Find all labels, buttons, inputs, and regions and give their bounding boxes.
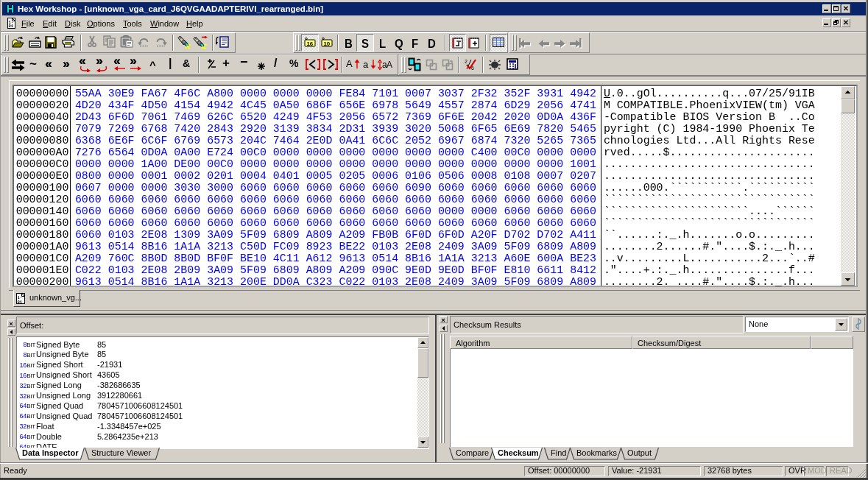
svg-text:2: 2 <box>465 59 467 64</box>
svg-text:16: 16 <box>306 40 313 47</box>
svg-text:A: A <box>387 60 392 70</box>
svg-text:01: 01 <box>9 24 14 29</box>
svg-text:10: 10 <box>323 40 330 47</box>
svg-text:01: 01 <box>18 300 23 305</box>
